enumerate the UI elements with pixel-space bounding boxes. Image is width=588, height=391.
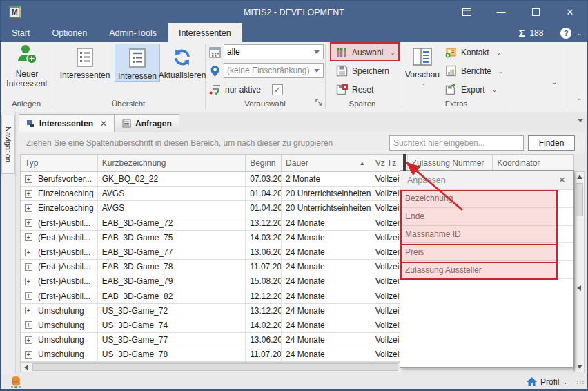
cell-typ: Berufsvorber... [38,174,92,184]
location-pin-icon [209,65,221,77]
ribbon: NeuerInteressent Anlegen Interessenten I… [1,42,587,111]
column-label: Koordinator [497,158,540,168]
expand-row-icon[interactable]: + [25,351,32,359]
column-header-typ[interactable]: Typ [21,155,98,171]
interessenten-view-button[interactable]: Interessenten [56,44,114,80]
close-button[interactable]: ✕ [553,1,587,23]
popup-column-item-ende[interactable]: Ende [400,208,573,226]
expand-row-icon[interactable]: + [25,219,32,227]
export-label: Export [461,85,485,95]
dialog-launcher-icon[interactable] [315,99,323,106]
more-commands-chevron-icon[interactable]: ⌄ [551,78,557,86]
cell-dauer: 24 Monate [282,245,371,259]
vscroll-thumb[interactable] [576,183,583,216]
profil-chevron-icon[interactable]: ⌄ [562,379,568,385]
help-chevron-icon[interactable]: ⌄ [576,30,582,37]
minimize-button[interactable]: — [484,1,518,23]
neuer-interessent-button[interactable]: NeuerInteressent [6,44,48,88]
hscroll-thumb[interactable] [32,363,398,371]
tab-close-icon[interactable]: ✕ [100,119,107,128]
expand-row-icon[interactable]: + [25,292,32,300]
expand-row-icon[interactable]: + [25,233,32,241]
cell-dauer: 24 Monate [282,289,371,303]
doc-tab-anfragen[interactable]: Anfragen [115,114,179,132]
collapse-ribbon-icon[interactable]: ⌃ [576,97,582,105]
column-header-zulassung-nummer[interactable]: Zulassung Nummer [408,155,493,171]
auswahl-button[interactable]: Auswahl ⌄ [336,44,395,60]
group-by-panel[interactable]: Ziehen Sie eine Spaltenüberschrift in di… [17,132,585,154]
popup-column-item-bezeichnung[interactable]: Bezeichnung [400,190,573,208]
aktualisieren-button[interactable]: Aktualisieren [161,44,203,80]
spalten-reset-button[interactable]: Reset [336,82,373,97]
popup-column-item-massnahme-id[interactable]: Massnahme ID [400,226,573,244]
expand-row-icon[interactable]: + [25,263,32,271]
column-header-vz-tz[interactable]: Vz Tz [371,155,408,171]
cell-typ: (Erst-)Ausbil... [38,262,90,271]
cell-kurzbezeichnung: EAB_3D-Game_79 [98,274,246,288]
column-header-koordinator[interactable]: Koordinator [493,155,573,171]
scroll-down-icon[interactable] [577,365,582,369]
cell-typ: Umschulung [38,335,84,345]
maximize-button[interactable] [518,1,553,23]
doc-tab-interessenten[interactable]: Interessenten ✕ [19,114,115,132]
find-button[interactable]: Finden [528,135,575,151]
cell-kurzbezeichnung: GK_BQ_02_22 [98,172,246,186]
menu-tabs: StartOptionenAdmin-ToolsInteressenten [1,23,242,42]
group-by-hint: Ziehen Sie eine Spaltenüberschrift in di… [26,138,333,148]
popup-column-item-preis[interactable]: Preis [400,243,573,261]
scroll-left-icon[interactable] [24,365,28,370]
pin-window-button[interactable] [449,1,484,23]
expand-row-icon[interactable]: + [25,321,32,329]
ribbon-tab-bar: StartOptionenAdmin-ToolsInteressenten Σ … [1,23,587,42]
popup-title-bar[interactable]: Anpassen ✕ [400,171,573,190]
expand-row-icon[interactable]: + [25,249,32,256]
search-input[interactable]: Suchtext hier eingeben... [389,135,524,151]
tab-list-dropdown-icon[interactable] [578,119,583,122]
popup-column-item-zulassung-aussteller[interactable]: Zulassung Aussteller [400,261,573,279]
cell-beginn: 13.12.2021 [246,216,282,230]
ort-combobox[interactable]: (keine Einschränkung) [224,63,324,78]
cell-dauer: 24 Monate [282,347,371,361]
expand-row-icon[interactable]: + [25,204,32,212]
menu-tab-admin-tools[interactable]: Admin-Tools [98,23,168,42]
expand-row-icon[interactable]: + [25,175,32,183]
nur-aktive-checkbox[interactable]: ✓ [272,84,283,95]
report-icon [445,65,457,77]
cell-beginn: 01.04.2021 [246,187,282,200]
combo-arrow-icon[interactable] [314,69,320,73]
kontakt-label: Kontakt [461,48,489,57]
expand-row-icon[interactable]: + [25,278,32,285]
combo-arrow-icon[interactable] [314,50,320,54]
spalten-speichern-label: Speichern [352,66,389,76]
menu-tab-interessenten[interactable]: Interessenten [168,23,242,42]
export-button[interactable]: Export ⌄ [445,82,497,97]
kontakt-button[interactable]: Kontakt ⌄ [445,44,501,60]
profil-label[interactable]: Profil [540,377,559,387]
expand-row-icon[interactable]: + [25,190,32,198]
expand-row-icon[interactable]: + [25,307,32,314]
cell-typ: Einzelcoaching [38,203,94,213]
zeitraum-combobox[interactable]: alle [224,44,324,59]
interessen-view-label: Interessen [118,71,157,81]
berichte-button[interactable]: Berichte ⌄ [445,63,504,79]
cell-typ: (Erst-)Ausbil... [38,247,90,257]
nur-aktive-label: nur aktive [225,85,261,95]
column-header-beginn[interactable]: Beginn [246,155,282,171]
help-icon[interactable]: ? [560,28,571,39]
menu-tab-optionen[interactable]: Optionen [41,23,98,42]
panel-collapse-icon[interactable] [577,285,581,291]
spalten-speichern-button[interactable]: Speichern [336,63,389,79]
interessen-view-button[interactable]: Interessen [115,44,160,82]
popup-close-icon[interactable]: ✕ [558,175,566,185]
vorschau-button[interactable]: Vorschau ⌄ [404,44,441,86]
vertical-scrollbar[interactable] [574,171,585,372]
expand-row-icon[interactable]: + [25,336,32,344]
column-header-kurzbezeichnung[interactable]: Kurzbezeichnung [98,155,246,171]
navigation-tab[interactable]: Navigation [1,115,15,174]
column-label: Typ [25,158,38,168]
berichte-label: Berichte [461,66,491,76]
scroll-up-icon[interactable] [577,175,582,179]
resize-grip[interactable] [577,381,585,384]
column-header-dauer[interactable]: Dauer▲ [282,155,371,171]
menu-tab-start[interactable]: Start [1,23,41,42]
